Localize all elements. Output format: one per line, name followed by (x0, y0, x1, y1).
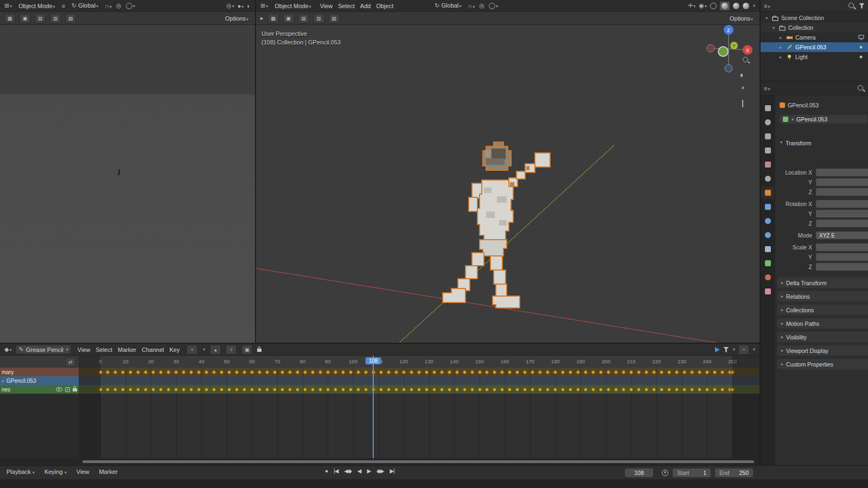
mode-option-button-2[interactable]: ▥ (314, 14, 324, 23)
previous-keyframe-button[interactable]: ◀◆ (342, 468, 353, 474)
statusbar-menu-playback[interactable]: Playback ▾ (4, 468, 37, 476)
shading-rendered-icon[interactable] (743, 3, 749, 9)
value-field[interactable] (816, 243, 868, 251)
outliner-row-gpencil-053[interactable]: ▸GPencil.053 (761, 42, 868, 52)
outliner-row-camera[interactable]: ▸Camera (761, 33, 868, 42)
section-relations[interactable]: ▸Relations (777, 291, 868, 301)
filter-icon[interactable] (859, 3, 865, 9)
disclosure-arrow-icon[interactable]: ▸ (778, 45, 783, 50)
mode-selector[interactable]: Object Mode▾ (272, 2, 313, 10)
shading-material-icon[interactable] (733, 3, 739, 9)
disclosure-arrow-icon[interactable]: ▾ (771, 25, 776, 30)
move-channel-up-button[interactable]: ▴ (210, 345, 221, 355)
channel-summary[interactable]: mary (0, 368, 79, 376)
section-visibility[interactable]: ▸Visibility (777, 332, 868, 342)
scene-canvas[interactable] (256, 25, 760, 343)
viewport-menu-select[interactable]: Select (336, 2, 357, 10)
prop-tab-output[interactable] (762, 130, 774, 143)
dopesheet-mode-selector[interactable]: ✎ Grease Pencil ▾ (16, 345, 70, 354)
play-button[interactable]: ▶ (365, 468, 372, 474)
record-button[interactable]: ● (323, 468, 329, 474)
shading-solid-icon[interactable] (720, 2, 730, 10)
dopesheet-menu-select[interactable]: Select (93, 346, 114, 354)
dopesheet-menu-view[interactable]: View (75, 346, 93, 354)
prop-tab-render[interactable] (762, 116, 774, 129)
keyframe-band-object[interactable] (79, 376, 760, 385)
viewport-menu-object[interactable]: Object (374, 2, 395, 10)
disclosure-arrow-icon[interactable]: ▸ (778, 55, 783, 60)
prop-tab-object[interactable] (762, 187, 774, 199)
copy-keyframes-button[interactable]: ▣ (241, 345, 252, 355)
options-menu[interactable]: Options▾ (223, 15, 251, 22)
value-field[interactable] (816, 263, 868, 271)
statusbar-menu-view[interactable]: View (74, 468, 92, 476)
value-field[interactable] (816, 253, 868, 261)
mode-option-button-3[interactable]: ▧ (65, 14, 76, 23)
channel-object[interactable]: ▸GPencil.053 (0, 376, 79, 385)
jump-to-start-button[interactable]: |◀ (332, 468, 340, 474)
current-frame-field[interactable]: 108 (625, 468, 653, 477)
prop-tab-constraints[interactable] (762, 243, 774, 255)
proportional-falloff-icon[interactable]: ◯▾ (489, 2, 498, 9)
prop-tab-physics[interactable] (762, 229, 774, 241)
frame-start-field[interactable]: Start 1 (673, 468, 711, 477)
playhead[interactable] (373, 356, 374, 458)
editor-type-icon[interactable]: ⊞▾ (4, 2, 12, 9)
gizmos-toggle-icon[interactable]: ✛▾ (688, 2, 695, 9)
prop-tab-material[interactable] (762, 271, 774, 284)
auto-keying-clock-icon[interactable] (662, 470, 668, 477)
header-dropdown-icon[interactable]: ▾ (753, 347, 755, 352)
visibility-eye-icon[interactable] (56, 387, 62, 391)
outliner-row-scene-collection[interactable]: ▾Scene Collection (761, 13, 868, 23)
move-channel-down-button[interactable]: ▿ (226, 345, 237, 355)
shading-wireframe-icon[interactable] (710, 3, 717, 9)
editor-type-icon[interactable]: ⊞▾ (260, 2, 268, 9)
playable-icon[interactable]: ▸ (260, 15, 264, 22)
statusbar-menu-marker[interactable]: Marker (97, 468, 119, 476)
section-delta-transform[interactable]: ▸Delta Transform (777, 278, 868, 288)
two-way-scroll-button[interactable]: ⇄ (65, 357, 76, 367)
mode-selector[interactable]: Object Mode▾ (16, 2, 57, 10)
prop-tab-texture[interactable] (762, 285, 774, 298)
value-field[interactable] (816, 210, 868, 217)
transform-panel-header[interactable]: ▾ Transform (780, 140, 811, 146)
mode-option-button-3[interactable]: ▧ (329, 14, 340, 23)
gizmo-minus-x-axis[interactable] (707, 44, 714, 52)
orientation-selector[interactable]: ↻ Global▾ (69, 2, 100, 10)
transform-pivot-button[interactable]: ▦ (268, 14, 279, 23)
filter-icon[interactable] (723, 347, 729, 352)
camera-view-icon[interactable] (742, 86, 751, 94)
editor-type-icon[interactable]: ◆▾ (4, 346, 11, 353)
snap-magnet-icon[interactable]: ∩▾ (468, 3, 475, 9)
ortho-grid-icon[interactable] (742, 100, 751, 109)
overlays-toggle-icon[interactable]: ◉▾ (699, 2, 707, 9)
filter-dropdown-icon[interactable]: ▾ (733, 347, 735, 352)
section-custom-properties[interactable]: ▸Custom Properties (777, 359, 868, 369)
viewport-menu-add[interactable]: Add (358, 2, 373, 10)
shading-dropdown-icon[interactable]: ▾ (753, 3, 755, 8)
search-icon[interactable] (857, 85, 865, 92)
mode-option-button-2[interactable]: ▥ (50, 14, 61, 23)
current-frame-indicator[interactable]: 108 (366, 357, 381, 364)
outliner-row-light[interactable]: ▸Light (761, 52, 868, 62)
value-field[interactable] (816, 220, 868, 227)
scrollbar-thumb[interactable] (82, 460, 754, 463)
viewport-menu-view[interactable]: View (318, 2, 335, 10)
gpencil-character[interactable] (443, 142, 550, 308)
dopesheet-menu-channel[interactable]: Channel (139, 346, 166, 354)
channel-layer[interactable]: nes✓ (0, 385, 79, 394)
normalize-button[interactable]: ~ (738, 345, 749, 355)
pan-hand-icon[interactable] (742, 71, 751, 80)
section-collections[interactable]: ▸Collections (777, 305, 868, 315)
gizmo-minus-z-axis[interactable] (725, 65, 732, 72)
proportional-edit-icon[interactable]: ◎ (116, 2, 122, 9)
search-icon[interactable] (848, 2, 856, 10)
prop-tab-world[interactable] (762, 172, 774, 185)
mode-option-button-1[interactable]: ▤ (298, 14, 309, 23)
outliner-row-collection[interactable]: ▾Collection (761, 23, 868, 33)
orientation-selector[interactable]: ↻ Global▾ (432, 2, 463, 10)
prop-tab-view-layer[interactable] (762, 144, 774, 157)
options-menu[interactable]: Options▾ (727, 15, 755, 22)
prop-tab-particles[interactable] (762, 215, 774, 227)
section-motion-paths[interactable]: ▸Motion Paths (777, 318, 868, 329)
